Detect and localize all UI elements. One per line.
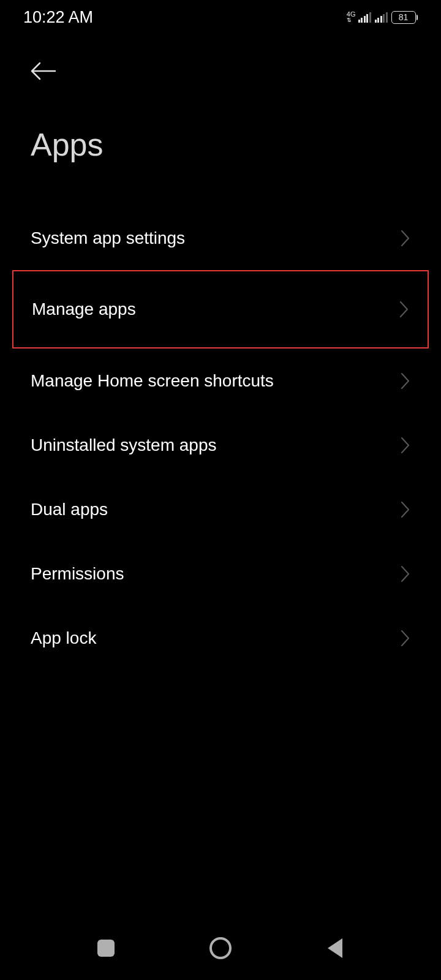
page-title: Apps bbox=[31, 126, 410, 163]
list-item-manage-home-shortcuts[interactable]: Manage Home screen shortcuts bbox=[0, 349, 441, 413]
chevron-right-icon bbox=[401, 630, 410, 647]
list-item-system-app-settings[interactable]: System app settings bbox=[0, 206, 441, 270]
chevron-right-icon bbox=[401, 565, 410, 582]
list-item-permissions[interactable]: Permissions bbox=[0, 541, 441, 606]
list-item-label: Manage apps bbox=[32, 300, 136, 319]
navigation-bar bbox=[0, 925, 441, 980]
battery-level: 81 bbox=[399, 12, 409, 22]
back-arrow-icon bbox=[31, 62, 56, 80]
home-button[interactable] bbox=[202, 930, 239, 967]
battery-indicator: 81 bbox=[391, 11, 418, 24]
list-item-uninstalled-system-apps[interactable]: Uninstalled system apps bbox=[0, 413, 441, 477]
home-icon bbox=[209, 937, 232, 959]
chevron-right-icon bbox=[401, 230, 410, 247]
chevron-right-icon bbox=[401, 372, 410, 390]
back-nav-icon bbox=[328, 938, 342, 958]
status-time: 10:22 AM bbox=[23, 8, 93, 27]
back-nav-button[interactable] bbox=[317, 930, 353, 967]
status-indicators: 4G ⇅ 81 bbox=[347, 11, 418, 24]
list-item-label: System app settings bbox=[31, 228, 185, 248]
recent-apps-button[interactable] bbox=[88, 930, 124, 967]
header: Apps bbox=[0, 34, 441, 163]
list-item-manage-apps[interactable]: Manage apps bbox=[12, 270, 429, 349]
status-bar: 10:22 AM 4G ⇅ 81 bbox=[0, 0, 441, 34]
chevron-right-icon bbox=[401, 437, 410, 454]
list-item-dual-apps[interactable]: Dual apps bbox=[0, 477, 441, 541]
network-type-indicator: 4G ⇅ bbox=[347, 11, 356, 23]
signal-strength-sim2-icon bbox=[375, 12, 388, 23]
recent-apps-icon bbox=[97, 940, 115, 957]
settings-list: System app settings Manage apps Manage H… bbox=[0, 206, 441, 670]
chevron-right-icon bbox=[399, 301, 409, 318]
list-item-label: Uninstalled system apps bbox=[31, 435, 216, 455]
list-item-app-lock[interactable]: App lock bbox=[0, 606, 441, 670]
list-item-label: App lock bbox=[31, 628, 96, 648]
chevron-right-icon bbox=[401, 501, 410, 518]
list-item-label: Manage Home screen shortcuts bbox=[31, 371, 274, 391]
back-button[interactable] bbox=[31, 59, 410, 83]
list-item-label: Dual apps bbox=[31, 500, 108, 519]
list-item-label: Permissions bbox=[31, 564, 124, 584]
signal-strength-sim1-icon bbox=[358, 12, 371, 23]
